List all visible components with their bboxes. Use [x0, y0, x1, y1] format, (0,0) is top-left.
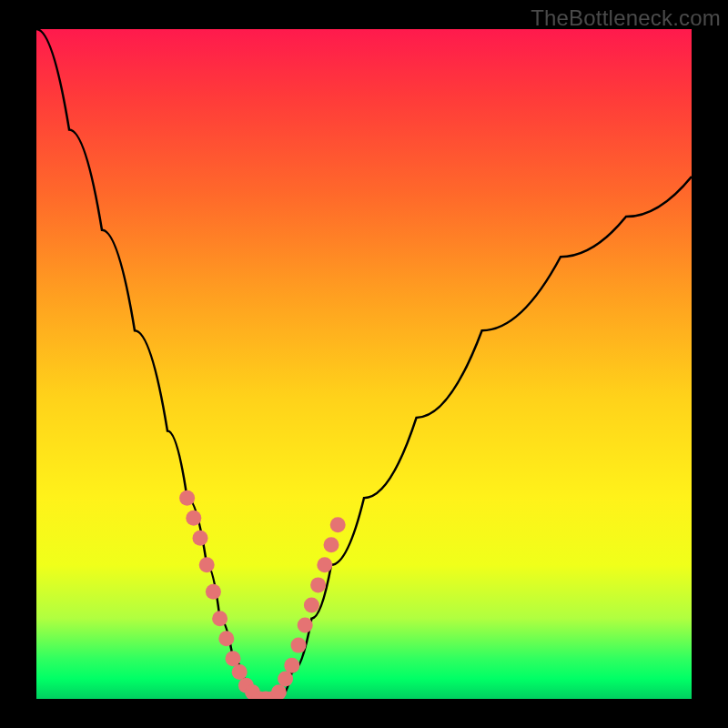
- watermark-text: TheBottleneck.com: [531, 5, 721, 31]
- chart-plot-area: [36, 29, 692, 699]
